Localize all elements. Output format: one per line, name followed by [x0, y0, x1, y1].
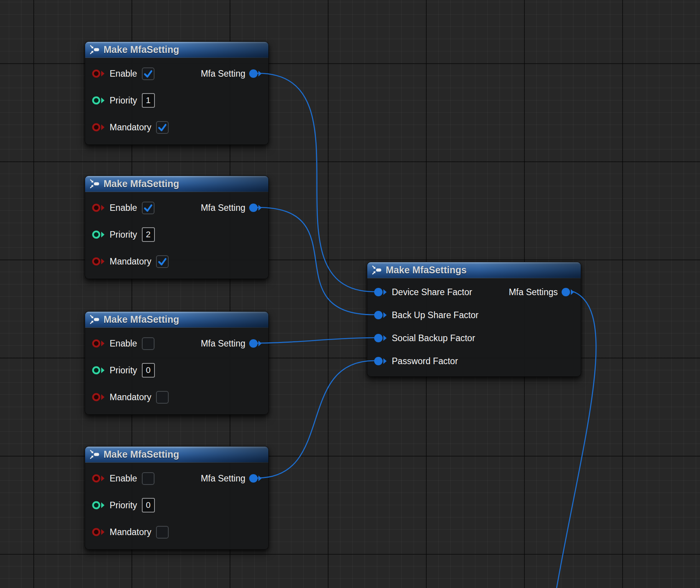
node-header[interactable]: Make MfaSetting [85, 42, 268, 58]
node-header[interactable]: Make MfaSettings [367, 262, 581, 278]
node-title: Make MfaSetting [104, 178, 179, 189]
node-title: Make MfaSetting [104, 44, 179, 55]
wire-setting3-to-social-backup-factor[interactable] [258, 338, 374, 343]
make-struct-icon [89, 314, 100, 325]
pin-label-mfa-setting: Mfa Setting [201, 473, 245, 484]
node-header[interactable]: Make MfaSetting [85, 447, 268, 463]
bool-input-pin-mandatory[interactable] [92, 257, 105, 266]
pin-label-mandatory: Mandatory [110, 256, 151, 267]
struct-input-pin-backup-share-factor[interactable] [374, 310, 387, 320]
pin-label-mandatory: Mandatory [110, 527, 151, 537]
bool-input-pin-mandatory[interactable] [92, 527, 105, 537]
pin-label-social-backup-factor: Social Backup Factor [392, 333, 475, 343]
node-header[interactable]: Make MfaSetting [85, 312, 268, 328]
pin-label-priority: Priority [110, 95, 137, 106]
mandatory-checkbox[interactable] [156, 391, 169, 404]
bool-input-pin-mandatory[interactable] [92, 123, 105, 132]
wire-setting2-to-backup-share-factor[interactable] [258, 207, 374, 315]
bool-input-pin-enable[interactable] [92, 474, 105, 483]
wire-setting4-to-password-factor[interactable] [258, 361, 374, 478]
node-title: Make MfaSetting [104, 449, 179, 460]
bool-input-pin-enable[interactable] [92, 339, 105, 348]
priority-value-field[interactable]: 2 [142, 227, 155, 242]
node-make-mfasetting-3[interactable]: Make MfaSetting Enable Mfa Setting Prior… [85, 311, 269, 415]
node-make-mfasetting-1[interactable]: Make MfaSetting Enable Mfa Setting Prior… [85, 41, 269, 145]
pin-label-mandatory: Mandatory [110, 392, 151, 402]
pin-label-mfa-setting: Mfa Setting [201, 69, 245, 79]
pin-label-enable: Enable [110, 338, 137, 349]
pin-label-backup-share-factor: Back Up Share Factor [392, 310, 478, 320]
enable-checkbox[interactable] [142, 337, 154, 350]
int-input-pin-priority[interactable] [92, 501, 105, 510]
pin-label-device-share-factor: Device Share Factor [392, 287, 472, 297]
enable-checkbox[interactable] [142, 202, 154, 214]
enable-checkbox[interactable] [142, 67, 154, 80]
mandatory-checkbox[interactable] [156, 121, 169, 134]
priority-value-field[interactable]: 1 [142, 93, 155, 108]
mandatory-checkbox[interactable] [156, 255, 169, 268]
struct-output-pin-mfa-settings[interactable] [562, 287, 575, 297]
node-make-mfasetting-4[interactable]: Make MfaSetting Enable Mfa Setting Prior… [85, 446, 269, 550]
int-input-pin-priority[interactable] [92, 96, 105, 105]
pin-label-mandatory: Mandatory [110, 122, 151, 133]
pin-label-priority: Priority [110, 365, 137, 376]
pin-label-priority: Priority [110, 230, 137, 240]
priority-value-field[interactable]: 0 [142, 498, 155, 512]
blueprint-graph-canvas[interactable]: { "nodes": [ { "title": "Make MfaSetting… [0, 0, 700, 588]
pin-label-enable: Enable [110, 473, 137, 484]
make-struct-icon [89, 179, 100, 189]
make-struct-icon [89, 449, 100, 460]
node-header[interactable]: Make MfaSetting [85, 176, 268, 192]
pin-label-enable: Enable [110, 203, 137, 213]
int-input-pin-priority[interactable] [92, 366, 105, 375]
pin-label-enable: Enable [110, 69, 137, 79]
struct-input-pin-social-backup-factor[interactable] [374, 333, 387, 343]
node-make-mfasettings[interactable]: Make MfaSettings Device Share Factor Mfa… [367, 262, 581, 377]
bool-input-pin-mandatory[interactable] [92, 393, 105, 402]
make-struct-icon [371, 265, 382, 275]
pin-label-password-factor: Password Factor [392, 356, 458, 366]
pin-label-priority: Priority [110, 500, 137, 511]
node-title: Make MfaSetting [104, 314, 179, 325]
priority-value-field[interactable]: 0 [142, 363, 155, 378]
bool-input-pin-enable[interactable] [92, 203, 105, 212]
pin-label-mfa-settings: Mfa Settings [509, 287, 558, 297]
struct-input-pin-password-factor[interactable] [374, 356, 387, 366]
mandatory-checkbox[interactable] [156, 526, 169, 539]
node-make-mfasetting-2[interactable]: Make MfaSetting Enable Mfa Setting Prior… [85, 176, 269, 279]
node-title: Make MfaSettings [386, 264, 467, 276]
pin-label-mfa-setting: Mfa Setting [201, 338, 245, 349]
bool-input-pin-enable[interactable] [92, 69, 105, 78]
struct-input-pin-device-share-factor[interactable] [374, 287, 387, 297]
make-struct-icon [89, 44, 100, 55]
pin-label-mfa-setting: Mfa Setting [201, 203, 245, 213]
int-input-pin-priority[interactable] [92, 230, 105, 239]
enable-checkbox[interactable] [142, 472, 154, 485]
